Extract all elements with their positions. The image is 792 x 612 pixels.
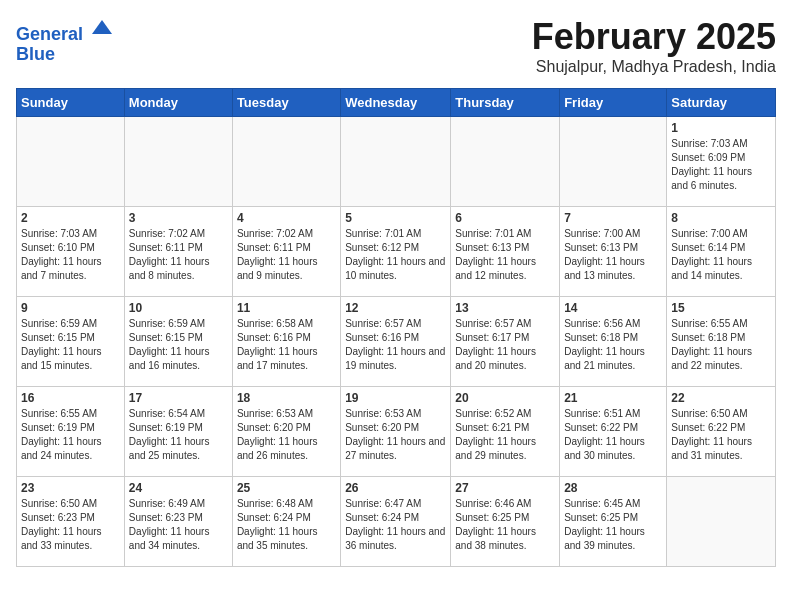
day-number: 6 — [455, 211, 555, 225]
day-cell — [341, 117, 451, 207]
day-cell: 22Sunrise: 6:50 AM Sunset: 6:22 PM Dayli… — [667, 387, 776, 477]
week-row-4: 23Sunrise: 6:50 AM Sunset: 6:23 PM Dayli… — [17, 477, 776, 567]
day-cell: 15Sunrise: 6:55 AM Sunset: 6:18 PM Dayli… — [667, 297, 776, 387]
day-cell: 28Sunrise: 6:45 AM Sunset: 6:25 PM Dayli… — [560, 477, 667, 567]
day-cell: 3Sunrise: 7:02 AM Sunset: 6:11 PM Daylig… — [124, 207, 232, 297]
day-info: Sunrise: 6:57 AM Sunset: 6:17 PM Dayligh… — [455, 317, 555, 373]
day-number: 1 — [671, 121, 771, 135]
day-number: 21 — [564, 391, 662, 405]
logo-text: General — [16, 16, 114, 45]
day-info: Sunrise: 6:59 AM Sunset: 6:15 PM Dayligh… — [21, 317, 120, 373]
logo-line1: General — [16, 24, 83, 44]
day-info: Sunrise: 6:47 AM Sunset: 6:24 PM Dayligh… — [345, 497, 446, 553]
day-number: 3 — [129, 211, 228, 225]
day-cell: 8Sunrise: 7:00 AM Sunset: 6:14 PM Daylig… — [667, 207, 776, 297]
day-number: 10 — [129, 301, 228, 315]
day-cell: 10Sunrise: 6:59 AM Sunset: 6:15 PM Dayli… — [124, 297, 232, 387]
day-cell: 17Sunrise: 6:54 AM Sunset: 6:19 PM Dayli… — [124, 387, 232, 477]
day-info: Sunrise: 6:53 AM Sunset: 6:20 PM Dayligh… — [345, 407, 446, 463]
day-cell: 20Sunrise: 6:52 AM Sunset: 6:21 PM Dayli… — [451, 387, 560, 477]
header-thursday: Thursday — [451, 89, 560, 117]
day-number: 4 — [237, 211, 336, 225]
day-cell: 2Sunrise: 7:03 AM Sunset: 6:10 PM Daylig… — [17, 207, 125, 297]
day-info: Sunrise: 7:00 AM Sunset: 6:14 PM Dayligh… — [671, 227, 771, 283]
week-row-3: 16Sunrise: 6:55 AM Sunset: 6:19 PM Dayli… — [17, 387, 776, 477]
day-info: Sunrise: 6:54 AM Sunset: 6:19 PM Dayligh… — [129, 407, 228, 463]
day-cell: 9Sunrise: 6:59 AM Sunset: 6:15 PM Daylig… — [17, 297, 125, 387]
day-info: Sunrise: 7:01 AM Sunset: 6:12 PM Dayligh… — [345, 227, 446, 283]
week-row-2: 9Sunrise: 6:59 AM Sunset: 6:15 PM Daylig… — [17, 297, 776, 387]
day-info: Sunrise: 6:51 AM Sunset: 6:22 PM Dayligh… — [564, 407, 662, 463]
day-number: 9 — [21, 301, 120, 315]
day-info: Sunrise: 6:45 AM Sunset: 6:25 PM Dayligh… — [564, 497, 662, 553]
day-info: Sunrise: 6:55 AM Sunset: 6:18 PM Dayligh… — [671, 317, 771, 373]
day-cell: 7Sunrise: 7:00 AM Sunset: 6:13 PM Daylig… — [560, 207, 667, 297]
day-cell: 24Sunrise: 6:49 AM Sunset: 6:23 PM Dayli… — [124, 477, 232, 567]
day-info: Sunrise: 7:00 AM Sunset: 6:13 PM Dayligh… — [564, 227, 662, 283]
day-cell: 25Sunrise: 6:48 AM Sunset: 6:24 PM Dayli… — [232, 477, 340, 567]
day-number: 14 — [564, 301, 662, 315]
day-cell — [451, 117, 560, 207]
day-number: 2 — [21, 211, 120, 225]
day-number: 13 — [455, 301, 555, 315]
day-info: Sunrise: 7:02 AM Sunset: 6:11 PM Dayligh… — [237, 227, 336, 283]
day-info: Sunrise: 6:53 AM Sunset: 6:20 PM Dayligh… — [237, 407, 336, 463]
day-cell: 21Sunrise: 6:51 AM Sunset: 6:22 PM Dayli… — [560, 387, 667, 477]
header-tuesday: Tuesday — [232, 89, 340, 117]
day-number: 12 — [345, 301, 446, 315]
title-area: February 2025 Shujalpur, Madhya Pradesh,… — [532, 16, 776, 76]
day-cell — [17, 117, 125, 207]
day-cell: 23Sunrise: 6:50 AM Sunset: 6:23 PM Dayli… — [17, 477, 125, 567]
day-cell: 1Sunrise: 7:03 AM Sunset: 6:09 PM Daylig… — [667, 117, 776, 207]
day-cell: 6Sunrise: 7:01 AM Sunset: 6:13 PM Daylig… — [451, 207, 560, 297]
calendar-body: 1Sunrise: 7:03 AM Sunset: 6:09 PM Daylig… — [17, 117, 776, 567]
header-wednesday: Wednesday — [341, 89, 451, 117]
day-number: 18 — [237, 391, 336, 405]
logo-line2: Blue — [16, 45, 114, 65]
calendar-table: SundayMondayTuesdayWednesdayThursdayFrid… — [16, 88, 776, 567]
day-number: 24 — [129, 481, 228, 495]
logo-icon — [90, 16, 114, 40]
day-info: Sunrise: 6:58 AM Sunset: 6:16 PM Dayligh… — [237, 317, 336, 373]
day-cell: 11Sunrise: 6:58 AM Sunset: 6:16 PM Dayli… — [232, 297, 340, 387]
day-info: Sunrise: 6:59 AM Sunset: 6:15 PM Dayligh… — [129, 317, 228, 373]
day-number: 17 — [129, 391, 228, 405]
day-number: 28 — [564, 481, 662, 495]
day-cell — [560, 117, 667, 207]
header-monday: Monday — [124, 89, 232, 117]
day-cell: 18Sunrise: 6:53 AM Sunset: 6:20 PM Dayli… — [232, 387, 340, 477]
day-info: Sunrise: 6:55 AM Sunset: 6:19 PM Dayligh… — [21, 407, 120, 463]
day-info: Sunrise: 7:03 AM Sunset: 6:09 PM Dayligh… — [671, 137, 771, 193]
day-cell: 19Sunrise: 6:53 AM Sunset: 6:20 PM Dayli… — [341, 387, 451, 477]
day-info: Sunrise: 7:02 AM Sunset: 6:11 PM Dayligh… — [129, 227, 228, 283]
day-number: 11 — [237, 301, 336, 315]
day-number: 16 — [21, 391, 120, 405]
week-row-0: 1Sunrise: 7:03 AM Sunset: 6:09 PM Daylig… — [17, 117, 776, 207]
day-number: 19 — [345, 391, 446, 405]
week-row-1: 2Sunrise: 7:03 AM Sunset: 6:10 PM Daylig… — [17, 207, 776, 297]
logo: General Blue — [16, 16, 114, 65]
day-number: 27 — [455, 481, 555, 495]
day-cell: 13Sunrise: 6:57 AM Sunset: 6:17 PM Dayli… — [451, 297, 560, 387]
day-info: Sunrise: 7:01 AM Sunset: 6:13 PM Dayligh… — [455, 227, 555, 283]
day-info: Sunrise: 6:56 AM Sunset: 6:18 PM Dayligh… — [564, 317, 662, 373]
header-friday: Friday — [560, 89, 667, 117]
day-cell: 26Sunrise: 6:47 AM Sunset: 6:24 PM Dayli… — [341, 477, 451, 567]
day-cell — [667, 477, 776, 567]
day-info: Sunrise: 6:57 AM Sunset: 6:16 PM Dayligh… — [345, 317, 446, 373]
day-cell: 14Sunrise: 6:56 AM Sunset: 6:18 PM Dayli… — [560, 297, 667, 387]
day-cell — [124, 117, 232, 207]
day-number: 5 — [345, 211, 446, 225]
svg-marker-0 — [92, 20, 112, 34]
day-cell: 4Sunrise: 7:02 AM Sunset: 6:11 PM Daylig… — [232, 207, 340, 297]
location-title: Shujalpur, Madhya Pradesh, India — [532, 58, 776, 76]
day-number: 22 — [671, 391, 771, 405]
day-info: Sunrise: 6:46 AM Sunset: 6:25 PM Dayligh… — [455, 497, 555, 553]
day-number: 20 — [455, 391, 555, 405]
day-number: 25 — [237, 481, 336, 495]
header-saturday: Saturday — [667, 89, 776, 117]
header-sunday: Sunday — [17, 89, 125, 117]
day-cell: 12Sunrise: 6:57 AM Sunset: 6:16 PM Dayli… — [341, 297, 451, 387]
day-info: Sunrise: 7:03 AM Sunset: 6:10 PM Dayligh… — [21, 227, 120, 283]
day-number: 8 — [671, 211, 771, 225]
